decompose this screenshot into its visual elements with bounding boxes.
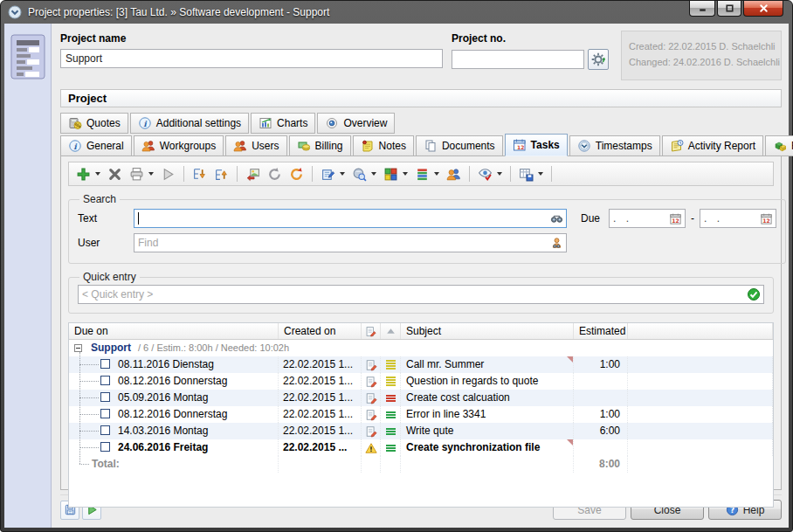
color-code-button[interactable] — [380, 163, 411, 184]
dropdown-arrow-icon[interactable] — [497, 172, 502, 176]
tab-overview[interactable]: Overview — [317, 113, 395, 134]
tab-label: Additional settings — [156, 117, 241, 129]
dropdown-arrow-icon[interactable] — [340, 172, 345, 176]
task-row[interactable]: 24.06.2016 Freitag22.02.2015 ...Create s… — [69, 439, 773, 456]
search-text-input[interactable] — [139, 211, 547, 226]
created-date: 22.02.2015 1... — [279, 423, 362, 439]
add-button[interactable] — [72, 163, 104, 184]
rotate-icon — [267, 167, 282, 182]
view-options-button[interactable] — [474, 163, 506, 184]
column-header-priority[interactable] — [381, 323, 401, 339]
search-user-input[interactable] — [134, 235, 547, 251]
column-header-estimated[interactable]: Estimated — [574, 323, 628, 339]
group-expander[interactable] — [74, 344, 82, 352]
due-to-input[interactable] — [700, 211, 756, 226]
tab-tasks[interactable]: 12Tasks — [505, 134, 568, 156]
section-header: Project — [60, 89, 782, 107]
minimize-icon — [697, 3, 708, 14]
project-name-label: Project name — [60, 32, 443, 45]
delete-button[interactable] — [104, 163, 126, 184]
screenshot-button[interactable] — [242, 163, 264, 184]
tab-reimbursables[interactable]: Reimbursables — [765, 135, 793, 156]
sync-button[interactable] — [286, 163, 307, 184]
search-button[interactable] — [348, 163, 380, 184]
sidebar — [4, 24, 52, 528]
total-estimated: 8:00 — [574, 456, 628, 473]
calendar-icon: 12 — [669, 212, 682, 225]
tab-charts[interactable]: Charts — [251, 113, 315, 134]
status-cell — [362, 423, 381, 439]
titlebar[interactable]: Project properties: [3] Tau Ltd. » Softw… — [1, 1, 792, 24]
dropdown-arrow-icon[interactable] — [95, 172, 100, 176]
quick-entry-confirm-button[interactable] — [744, 287, 763, 302]
project-no-input[interactable] — [452, 50, 584, 69]
workgroups-icon — [233, 139, 247, 153]
estimated-cell — [574, 439, 628, 456]
reimbursables-icon — [773, 139, 787, 153]
plus-icon — [76, 167, 91, 182]
column-header-subject[interactable]: Subject — [401, 323, 574, 339]
tab-documents[interactable]: Documents — [416, 135, 503, 156]
tab-row-secondary: %QuotesiAdditional settingsChartsOvervie… — [60, 113, 782, 134]
users-button[interactable] — [443, 163, 465, 184]
task-row[interactable]: 05.09.2016 Montag22.02.2015 1...Create c… — [69, 390, 773, 406]
tab-general[interactable]: iGeneral — [60, 135, 132, 156]
group-name: Support — [91, 340, 131, 356]
dropdown-arrow-icon[interactable] — [538, 172, 543, 176]
task-row[interactable]: 08.12.2016 Donnerstag22.02.2015 1...Erro… — [69, 406, 773, 423]
start-button[interactable] — [157, 163, 179, 184]
find-user-button[interactable] — [547, 235, 566, 251]
refresh-button[interactable] — [264, 163, 286, 184]
blank-cell — [628, 373, 773, 390]
svg-text:%: % — [75, 122, 81, 129]
minimize-button[interactable] — [689, 1, 715, 17]
tab-workgroups[interactable]: Workgroups — [134, 135, 224, 156]
quick-entry-input[interactable] — [79, 287, 744, 302]
tab-additional-settings[interactable]: iAdditional settings — [130, 113, 249, 134]
due-from-calendar-button[interactable]: 12 — [665, 211, 685, 226]
tab-users[interactable]: Users — [225, 135, 286, 156]
task-row[interactable]: 14.03.2016 Montag22.02.2015 1...Write qu… — [69, 423, 773, 439]
project-name-input[interactable] — [60, 49, 443, 68]
tab-notes[interactable]: Notes — [353, 135, 414, 156]
tab-activity-report[interactable]: Activity Report — [662, 135, 763, 156]
dropdown-arrow-icon[interactable] — [371, 172, 376, 176]
tree-connector — [79, 414, 99, 415]
task-checkbox[interactable] — [100, 392, 110, 402]
grid-layout-button[interactable] — [515, 163, 547, 184]
sphere-search-icon — [352, 167, 367, 182]
dropdown-arrow-icon[interactable] — [148, 172, 154, 176]
task-checkbox[interactable] — [100, 376, 110, 385]
tab-billing[interactable]: Billing — [289, 135, 351, 156]
tab-quotes[interactable]: %Quotes — [60, 113, 128, 134]
task-checkbox[interactable] — [100, 442, 110, 452]
dropdown-arrow-icon[interactable] — [434, 172, 439, 176]
priority-button[interactable] — [411, 163, 443, 184]
close-button[interactable] — [743, 1, 783, 17]
group-row[interactable]: Support/ 6 / Estim.: 8:00h / Needed: 10:… — [69, 340, 773, 356]
column-header-created-on[interactable]: Created on — [279, 323, 362, 339]
quick-entry-field — [78, 285, 764, 304]
print-button[interactable] — [126, 163, 157, 184]
svg-text:12: 12 — [762, 217, 769, 223]
task-checkbox[interactable] — [100, 425, 110, 435]
task-checkbox[interactable] — [100, 409, 110, 418]
due-to-calendar-button[interactable]: 12 — [756, 211, 776, 226]
window-title: Project properties: [3] Tau Ltd. » Softw… — [28, 6, 329, 18]
task-row[interactable]: 08.11.2016 Dienstag22.02.2015 1...Call m… — [69, 356, 773, 373]
tab-label: Charts — [277, 117, 307, 129]
task-row[interactable]: 08.12.2016 Donnerstag22.02.2015 1...Ques… — [69, 373, 773, 390]
edit-button[interactable] — [317, 163, 348, 184]
project-no-generate-button[interactable] — [588, 49, 609, 70]
column-header-status[interactable] — [362, 323, 381, 339]
quick-entry-group-label: Quick entry — [79, 271, 140, 283]
maximize-button[interactable] — [717, 1, 741, 17]
move-up-button[interactable] — [210, 163, 232, 184]
move-down-button[interactable] — [189, 163, 210, 184]
dropdown-arrow-icon[interactable] — [403, 172, 408, 176]
tab-timestamps[interactable]: Timestamps — [569, 135, 660, 156]
due-from-input[interactable] — [610, 211, 665, 226]
task-checkbox[interactable] — [100, 359, 110, 369]
column-header-due-on[interactable]: Due on — [69, 323, 279, 339]
toolbar-separator — [551, 166, 552, 182]
